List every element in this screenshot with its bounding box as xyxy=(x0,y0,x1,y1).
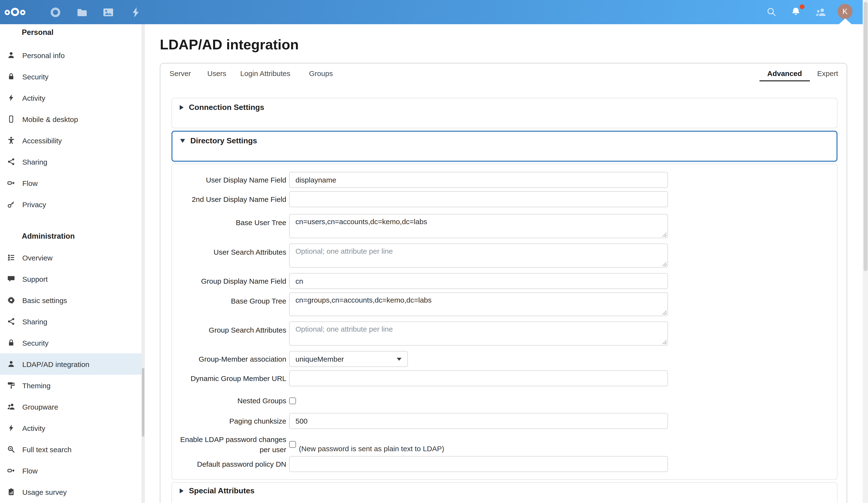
photos-app-icon[interactable] xyxy=(98,0,118,24)
list-icon xyxy=(7,254,15,261)
section-title: Connection Settings xyxy=(189,103,264,112)
directory-settings-toggle[interactable]: Directory Settings xyxy=(180,137,257,145)
group-display-name-field-input[interactable] xyxy=(289,273,668,289)
files-app-icon[interactable] xyxy=(72,0,92,24)
sidebar-item-overview[interactable]: Overview xyxy=(0,247,142,268)
field-label: Group Search Attributes xyxy=(175,322,286,335)
sidebar-item-privacy[interactable]: Privacy xyxy=(0,193,142,215)
field-label: Group-Member association xyxy=(175,354,286,364)
sidebar-item-admin-flow[interactable]: Flow xyxy=(0,460,142,481)
enable-ldap-password-changes-checkbox[interactable] xyxy=(289,441,296,448)
active-tab-underline xyxy=(760,80,810,81)
field-label: Base Group Tree xyxy=(175,292,286,306)
chevron-down-icon xyxy=(180,139,185,143)
field-label: 2nd User Display Name Field xyxy=(175,194,286,204)
share-icon xyxy=(7,317,15,325)
field-label: Paging chunksize xyxy=(175,416,286,426)
sidebar-item-admin-security[interactable]: Security xyxy=(0,332,142,353)
sidebar-item-admin-activity[interactable]: Activity xyxy=(0,417,142,439)
notification-badge xyxy=(800,4,805,9)
sidebar-item-basic-settings[interactable]: Basic settings xyxy=(0,290,142,311)
settings-sidebar: Personal Personal info Security Activity… xyxy=(0,24,142,503)
select-caret-icon xyxy=(397,357,402,360)
nextcloud-settings-page: K Personal Personal info Security Activi… xyxy=(0,0,868,503)
page-title: LDAP/AD integration xyxy=(160,37,299,53)
lock-icon xyxy=(7,73,15,80)
key-icon xyxy=(7,200,15,208)
field-label: Enable LDAP password changes per user xyxy=(175,434,286,454)
people-icon xyxy=(7,403,15,410)
special-attributes-section: Special Attributes xyxy=(172,482,837,503)
user-avatar[interactable]: K xyxy=(837,4,852,19)
sidebar-item-sharing[interactable]: Sharing xyxy=(0,151,142,172)
sidebar-item-security[interactable]: Security xyxy=(0,66,142,87)
sidebar-item-admin-sharing[interactable]: Sharing xyxy=(0,311,142,332)
sidebar-item-theming[interactable]: Theming xyxy=(0,375,142,396)
nested-groups-checkbox[interactable] xyxy=(289,397,296,404)
special-attributes-toggle[interactable]: Special Attributes xyxy=(180,486,255,495)
phone-icon xyxy=(7,115,15,123)
contacts-icon[interactable] xyxy=(811,0,831,24)
notifications-bell-icon[interactable] xyxy=(786,0,806,24)
accessibility-icon xyxy=(7,137,15,144)
dynamic-group-member-url-input[interactable] xyxy=(289,370,668,386)
sidebar-scrollbar-thumb[interactable] xyxy=(142,368,144,437)
base-user-tree-textarea[interactable]: cn=users,cn=accounts,dc=kemo,dc=labs xyxy=(289,214,668,238)
sidebar-item-activity[interactable]: Activity xyxy=(0,87,142,108)
sidebar-item-accessibility[interactable]: Accessibility xyxy=(0,130,142,151)
user-search-attributes-textarea[interactable] xyxy=(289,243,668,268)
tab-login-attributes[interactable]: Login Attributes xyxy=(240,69,290,77)
password-plaintext-note: (New password is sent as plain text to L… xyxy=(299,444,444,453)
sidebar-item-ldap-ad-integration[interactable]: LDAP/AD integration xyxy=(0,353,142,375)
sidebar-item-flow[interactable]: Flow xyxy=(0,172,142,193)
avatar-initial: K xyxy=(842,7,847,16)
sidebar-item-groupware[interactable]: Groupware xyxy=(0,396,142,417)
group-search-attributes-textarea[interactable] xyxy=(289,322,668,346)
field-label: Group Display Name Field xyxy=(175,276,286,286)
selected-option: uniqueMember xyxy=(296,355,344,363)
base-group-tree-textarea[interactable]: cn=groups,cn=accounts,dc=kemo,dc=labs xyxy=(289,292,668,316)
tab-users[interactable]: Users xyxy=(207,69,226,77)
section-title: Directory Settings xyxy=(190,137,257,145)
lock-icon xyxy=(7,339,15,347)
field-label: Dynamic Group Member URL xyxy=(175,373,286,384)
tab-server[interactable]: Server xyxy=(169,69,191,77)
share-icon xyxy=(7,158,15,166)
sidebar-item-support[interactable]: Support xyxy=(0,268,142,290)
gear-icon xyxy=(7,296,15,304)
dashboard-app-icon[interactable] xyxy=(45,0,65,24)
chat-icon xyxy=(7,275,15,283)
user-icon xyxy=(7,360,15,368)
lightning-icon xyxy=(7,424,15,432)
sidebar-item-personal-info[interactable]: Personal info xyxy=(0,44,142,66)
group-member-association-select[interactable]: uniqueMember xyxy=(289,351,408,367)
search-icon[interactable] xyxy=(762,0,781,24)
flow-icon xyxy=(7,179,15,187)
default-password-policy-dn-input[interactable] xyxy=(289,456,668,472)
tab-groups[interactable]: Groups xyxy=(309,69,333,77)
tab-expert[interactable]: Expert xyxy=(817,69,838,77)
clipboard-chart-icon xyxy=(7,488,15,496)
nextcloud-logo-icon[interactable] xyxy=(4,0,26,24)
connection-settings-toggle[interactable]: Connection Settings xyxy=(180,103,264,112)
user-icon xyxy=(7,51,15,59)
paint-roller-icon xyxy=(7,381,15,389)
user-display-name-field-input[interactable] xyxy=(289,172,668,188)
directory-settings-section: Directory Settings xyxy=(172,131,837,162)
paging-chunksize-input[interactable] xyxy=(289,413,668,429)
chevron-right-icon xyxy=(180,105,184,110)
tab-advanced[interactable]: Advanced xyxy=(767,69,802,77)
directory-settings-form: User Display Name Field 2nd User Display… xyxy=(172,164,837,480)
activity-app-icon[interactable] xyxy=(126,0,145,24)
lightning-icon xyxy=(7,94,15,102)
sidebar-item-mobile-desktop[interactable]: Mobile & desktop xyxy=(0,108,142,130)
sidebar-item-full-text-search[interactable]: Full text search xyxy=(0,439,142,460)
page-scrollbar-thumb[interactable] xyxy=(864,2,867,271)
second-user-display-name-field-input[interactable] xyxy=(289,191,668,207)
field-label: User Search Attributes xyxy=(175,243,286,257)
field-label: Nested Groups xyxy=(175,396,286,406)
sidebar-item-usage-survey[interactable]: Usage survey xyxy=(0,481,142,503)
search-icon xyxy=(7,446,15,453)
sidebar-heading-personal: Personal xyxy=(22,28,53,37)
field-label: Default password policy DN xyxy=(175,459,286,469)
